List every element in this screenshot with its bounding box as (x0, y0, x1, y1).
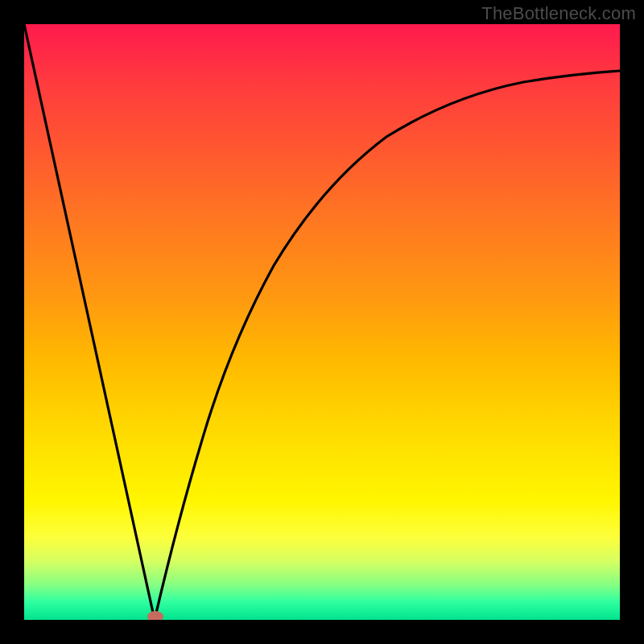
curve-left-branch (24, 24, 155, 620)
optimum-marker (147, 611, 163, 620)
chart-svg (24, 24, 620, 620)
credit-watermark: TheBottleneck.com (481, 3, 636, 24)
plot-area (24, 24, 620, 620)
chart-frame: TheBottleneck.com (0, 0, 644, 644)
curve-right-branch (155, 71, 620, 620)
